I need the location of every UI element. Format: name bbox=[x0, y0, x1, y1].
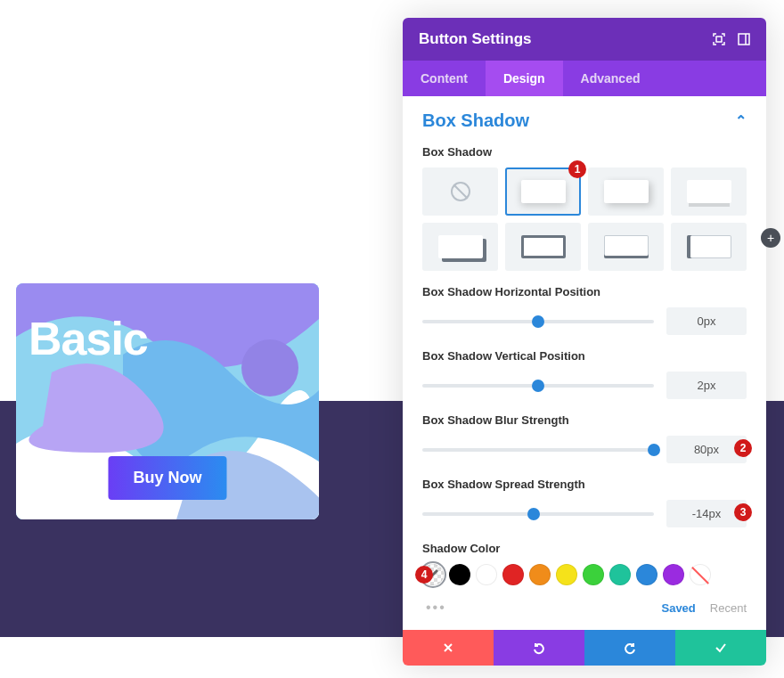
label-vpos: Box Shadow Vertical Position bbox=[422, 349, 747, 363]
buy-now-button[interactable]: Buy Now bbox=[108, 456, 226, 500]
shadow-option-4[interactable] bbox=[422, 223, 498, 271]
slider-spread[interactable] bbox=[422, 512, 654, 516]
svg-rect-2 bbox=[716, 37, 722, 42]
tab-advanced[interactable]: Advanced bbox=[563, 61, 658, 96]
shadow-option-7[interactable] bbox=[671, 223, 747, 271]
settings-panel: Button Settings Content Design Advanced … bbox=[403, 18, 766, 666]
panel-header: Button Settings Content Design Advanced bbox=[403, 18, 766, 96]
chevron-up-icon: ⌃ bbox=[735, 112, 747, 129]
label-color: Shadow Color bbox=[422, 542, 747, 555]
tabs: Content Design Advanced bbox=[403, 61, 766, 96]
link-recent[interactable]: Recent bbox=[710, 601, 747, 615]
shadow-option-3[interactable] bbox=[671, 167, 747, 216]
preview-plan-title: Basic bbox=[29, 312, 148, 365]
badge-1: 1 bbox=[568, 160, 586, 178]
input-vpos[interactable] bbox=[666, 372, 747, 399]
swatch-purple[interactable] bbox=[663, 564, 684, 585]
dock-icon[interactable] bbox=[738, 33, 750, 45]
confirm-button[interactable] bbox=[675, 630, 766, 666]
svg-rect-3 bbox=[739, 34, 749, 45]
swatch-red[interactable] bbox=[502, 564, 524, 585]
more-options-icon[interactable]: ••• bbox=[422, 600, 446, 616]
swatch-yellow[interactable] bbox=[556, 564, 577, 585]
badge-2: 2 bbox=[734, 439, 752, 457]
label-blur: Box Shadow Blur Strength bbox=[422, 413, 747, 427]
panel-title: Button Settings bbox=[419, 30, 532, 48]
swatch-teal[interactable] bbox=[609, 564, 631, 585]
section-title: Box Shadow bbox=[422, 110, 529, 131]
label-hpos: Box Shadow Horizontal Position bbox=[422, 285, 747, 298]
tab-content[interactable]: Content bbox=[403, 61, 486, 96]
swatch-white[interactable] bbox=[476, 564, 497, 585]
shadow-option-none[interactable] bbox=[422, 167, 498, 216]
shadow-option-1[interactable]: 1 bbox=[505, 167, 581, 216]
swatch-orange[interactable] bbox=[529, 564, 551, 585]
link-saved[interactable]: Saved bbox=[661, 601, 695, 615]
swatch-blue[interactable] bbox=[636, 564, 657, 585]
svg-point-1 bbox=[241, 339, 298, 396]
slider-hpos[interactable] bbox=[422, 320, 654, 323]
label-spread: Box Shadow Spread Strength bbox=[422, 478, 747, 491]
swatch-black[interactable] bbox=[449, 564, 470, 585]
shadow-option-6[interactable] bbox=[588, 223, 664, 271]
label-shadow-style: Box Shadow bbox=[422, 145, 747, 159]
swatch-green[interactable] bbox=[583, 564, 604, 585]
none-icon bbox=[451, 182, 470, 201]
badge-3: 3 bbox=[734, 503, 752, 521]
tab-design[interactable]: Design bbox=[486, 61, 563, 96]
shadow-option-5[interactable] bbox=[505, 223, 581, 271]
shadow-option-2[interactable] bbox=[588, 167, 664, 216]
shadow-style-grid: 1 bbox=[422, 167, 747, 271]
color-swatches bbox=[422, 564, 747, 585]
redo-button[interactable] bbox=[584, 630, 675, 666]
preview-card: Basic Buy Now bbox=[16, 283, 319, 519]
input-hpos[interactable] bbox=[666, 307, 747, 335]
panel-body: Box Shadow ⌃ Box Shadow 1 Box Shadow Hor… bbox=[403, 96, 766, 630]
slider-blur[interactable] bbox=[422, 448, 654, 452]
undo-button[interactable] bbox=[494, 630, 584, 666]
slider-vpos[interactable] bbox=[422, 384, 654, 388]
close-button[interactable] bbox=[403, 630, 494, 666]
swatch-none[interactable] bbox=[690, 564, 711, 585]
expand-icon[interactable] bbox=[713, 33, 725, 45]
section-header[interactable]: Box Shadow ⌃ bbox=[422, 110, 747, 131]
action-bar bbox=[403, 630, 766, 666]
badge-4: 4 bbox=[415, 566, 433, 584]
add-section-button[interactable]: + bbox=[761, 228, 780, 248]
